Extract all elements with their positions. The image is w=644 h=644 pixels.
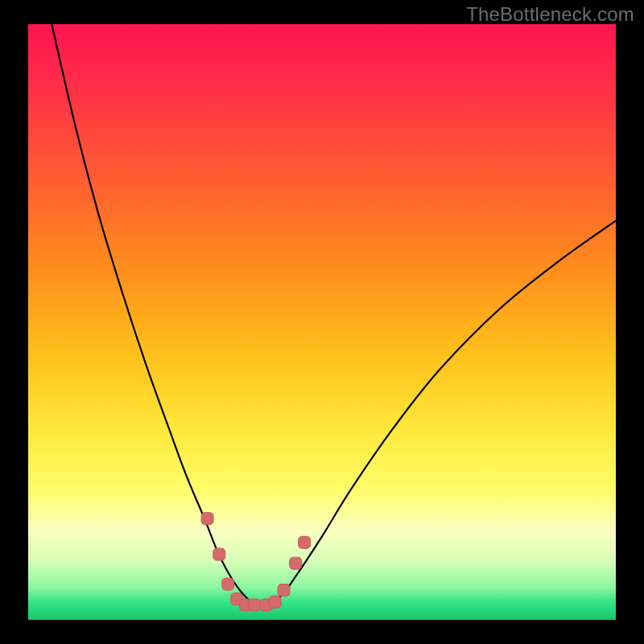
curve-marker xyxy=(269,596,281,608)
curve-marker xyxy=(278,584,290,597)
curve-marker xyxy=(213,548,225,560)
chart-frame: { "watermark": "TheBottleneck.com", "col… xyxy=(0,0,644,644)
curve-marker xyxy=(290,557,302,569)
curve-marker xyxy=(222,578,234,590)
curve-marker xyxy=(249,599,261,611)
gradient-background xyxy=(28,24,616,620)
curve-marker xyxy=(299,536,311,548)
curve-marker xyxy=(201,513,213,525)
bottleneck-chart xyxy=(0,0,644,644)
watermark-text: TheBottleneck.com xyxy=(466,3,634,26)
